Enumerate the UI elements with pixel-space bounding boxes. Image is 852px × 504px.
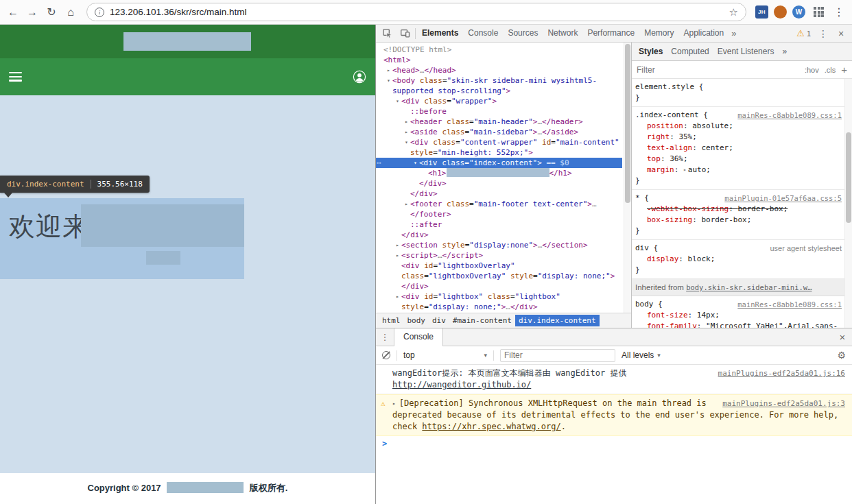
styles-tab-computed[interactable]: Computed [667, 47, 713, 56]
forward-button[interactable]: → [23, 3, 41, 21]
css-property[interactable]: right: 35%; [635, 132, 842, 143]
console-prompt[interactable]: > [376, 436, 852, 451]
extension-icon-w[interactable]: W [792, 5, 805, 19]
disclosure-open-icon[interactable]: ▾ [385, 75, 392, 86]
css-source-link[interactable]: mainRes-c8abb1e089.css:1 [737, 299, 842, 310]
pseudo-state-toggle[interactable]: :hov [805, 66, 819, 74]
css-selector[interactable]: div { [635, 243, 658, 252]
css-property[interactable]: font-family: "Microsoft YaHei",Arial,san… [635, 321, 842, 328]
bookmark-star-icon[interactable]: ☆ [729, 6, 738, 19]
css-property[interactable]: display: block; [635, 254, 842, 265]
expand-shorthand-icon[interactable]: ▸ [683, 167, 687, 173]
disclosure-closed-icon[interactable]: ▸ [394, 240, 401, 250]
css-selector[interactable]: * { [635, 193, 649, 202]
styles-scrollbar[interactable] [844, 79, 852, 328]
device-toolbar-button[interactable] [396, 25, 414, 42]
breadcrumb-item[interactable]: div [429, 315, 449, 326]
dom-tree-node[interactable]: ▸<header class="main-header">…</header> [376, 117, 622, 127]
console-source-link[interactable]: mainPlugins-edf2a5da01.js:16 [718, 368, 845, 379]
css-selector[interactable]: body { [635, 300, 663, 309]
css-property[interactable]: position: absolute; [635, 121, 842, 132]
styles-tab-styles[interactable]: Styles [635, 47, 667, 56]
console-context-selector[interactable]: top ▾ [403, 350, 487, 360]
devtools-tab-memory[interactable]: Memory [639, 25, 678, 42]
scrollbar-thumb[interactable] [846, 132, 851, 223]
console-message-link[interactable]: http://wangeditor.github.io/ [392, 380, 531, 389]
console-close-button[interactable]: × [833, 331, 852, 343]
dom-tree-node[interactable]: <h1></h1> [376, 168, 622, 178]
disclosure-closed-icon[interactable]: ▸ [394, 291, 401, 302]
dom-tree-node[interactable]: ▾<div class="wrapper"> [376, 96, 622, 106]
dom-tree-node[interactable]: </div> [376, 230, 622, 240]
css-source-link[interactable]: mainPlugin-01e57af6aa.css:5 [724, 193, 842, 204]
devtools-tab-elements[interactable]: Elements [417, 25, 463, 42]
css-selector[interactable]: element.style { [635, 82, 703, 91]
disclosure-closed-icon[interactable]: ▸ [394, 250, 401, 261]
user-account-icon[interactable] [353, 70, 366, 84]
css-property[interactable]: top: 36%; [635, 154, 842, 165]
devtools-tab-console[interactable]: Console [463, 25, 503, 42]
clear-console-icon[interactable] [382, 351, 390, 359]
drawer-menu-icon[interactable]: ⋮ [376, 332, 394, 342]
url-bar[interactable]: i ☆ [86, 3, 746, 21]
element-class-toggle[interactable]: .cls [825, 66, 836, 74]
new-style-rule-button[interactable]: + [841, 64, 847, 75]
devtools-tab-application[interactable]: Application [678, 25, 729, 42]
devtools-close-button[interactable]: × [832, 25, 850, 42]
console-filter-input[interactable] [500, 349, 615, 362]
dom-tree-node[interactable]: ⋯▾<div class="index-content"> == $0 [376, 158, 622, 168]
dom-tree-node[interactable]: ▸<head>…</head> [376, 65, 622, 75]
dom-tree-node[interactable]: ▸<section style="display:none">…</sectio… [376, 240, 622, 250]
inspect-element-button[interactable] [378, 25, 396, 42]
dom-tree-node[interactable]: ▸<div id="lightbox" class="lightbox" sty… [376, 291, 622, 312]
breadcrumb-item[interactable]: #main-content [449, 315, 515, 326]
breadcrumb-item[interactable]: html [379, 315, 404, 326]
css-property[interactable]: text-align: center; [635, 143, 842, 154]
dom-tree-node[interactable]: </div> [376, 281, 622, 291]
breadcrumb-item[interactable]: body [404, 315, 429, 326]
console-message-link[interactable]: https://xhr.spec.whatwg.org/ [422, 422, 560, 431]
extension-icon-jh[interactable]: JH [755, 5, 768, 19]
dom-tree-node[interactable]: ▸<aside class="main-sidebar">…</aside> [376, 127, 622, 137]
tab-overflow-chevron[interactable]: » [729, 28, 739, 38]
styles-filter-input[interactable] [637, 65, 799, 75]
css-source-link[interactable]: mainRes-c8abb1e089.css:1 [737, 110, 842, 121]
css-property[interactable]: margin: ▸auto; [635, 165, 842, 176]
url-input[interactable] [110, 7, 724, 17]
chrome-menu-button[interactable]: ⋮ [830, 3, 848, 21]
page-info-icon[interactable]: i [95, 8, 104, 17]
dom-tree-node[interactable]: ▸<script>…</script> [376, 250, 622, 261]
dom-tree-node[interactable]: ▾<body class="skin-skr sidebar-mini wysi… [376, 75, 622, 96]
issues-warning-badge[interactable]: ⚠ 1 [793, 28, 814, 38]
css-property[interactable]: -webkit-box-sizing: border-box; [635, 204, 842, 215]
disclosure-open-icon[interactable]: ▾ [403, 137, 410, 147]
css-property[interactable]: font-size: 14px; [635, 310, 842, 321]
disclosure-open-icon[interactable]: ▾ [412, 158, 419, 168]
expand-message-icon[interactable]: ▸ [392, 400, 396, 407]
hamburger-menu-icon[interactable] [9, 72, 22, 84]
disclosure-open-icon[interactable]: ▾ [394, 96, 401, 106]
dom-tree-node[interactable]: ::after [376, 219, 622, 230]
dom-tree-node[interactable]: <div id="lightboxOverlay" class="lightbo… [376, 261, 622, 281]
dom-tree-node[interactable]: <html> [376, 55, 622, 65]
scrollbar-thumb[interactable] [625, 44, 630, 203]
styles-tab-overflow-chevron[interactable]: » [778, 47, 791, 56]
dom-tree-node[interactable]: </div> [376, 189, 622, 199]
dom-tree-node[interactable]: ::before [376, 106, 622, 117]
elements-scrollbar[interactable] [624, 43, 631, 313]
back-button[interactable]: ← [4, 3, 22, 21]
styles-tab-event-listeners[interactable]: Event Listeners [713, 47, 779, 56]
devtools-tab-network[interactable]: Network [543, 25, 582, 42]
devtools-tab-sources[interactable]: Sources [503, 25, 543, 42]
disclosure-closed-icon[interactable]: ▸ [385, 65, 392, 75]
reload-button[interactable]: ↻ [43, 3, 60, 21]
dom-tree-node[interactable]: <!DOCTYPE html> [376, 45, 622, 55]
log-level-selector[interactable]: All levels ▾ [622, 350, 661, 360]
console-drawer-tab[interactable]: Console [394, 328, 443, 346]
disclosure-closed-icon[interactable]: ▸ [403, 199, 410, 209]
devtools-tab-performance[interactable]: Performance [582, 25, 639, 42]
disclosure-closed-icon[interactable]: ▸ [403, 117, 410, 127]
dom-tree-node[interactable]: </div> [376, 178, 622, 189]
breadcrumb-item[interactable]: div.index-content [515, 315, 600, 326]
home-button[interactable]: ⌂ [62, 3, 80, 21]
